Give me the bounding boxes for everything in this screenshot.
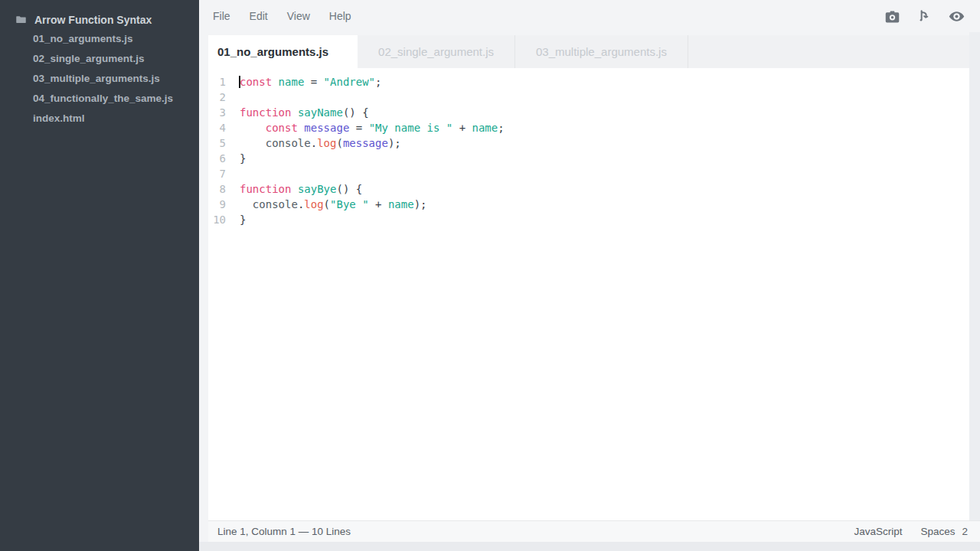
code-lines: 1const name = "Andrew";23function sayNam…: [208, 74, 969, 227]
vertical-scrollbar[interactable]: [969, 32, 980, 520]
code-line: 1const name = "Andrew";: [208, 74, 969, 90]
tab-02_single_argument.js[interactable]: 02_single_argument.js: [358, 35, 515, 68]
sidebar-folder-row[interactable]: Arrow Function Syntax: [15, 10, 199, 29]
code-line: 2: [208, 90, 969, 105]
tab-01_no_arguments.js[interactable]: 01_no_arguments.js: [208, 35, 358, 68]
token-id: sayBye: [298, 183, 337, 195]
token-str: "Bye ": [330, 198, 369, 210]
token-pln: [291, 183, 297, 195]
indent-label: Spaces: [920, 526, 955, 537]
token-pln: () {: [343, 106, 369, 119]
code-line: 4 const message = "My name is " + name;: [208, 120, 969, 135]
cursor-button[interactable]: [916, 8, 932, 24]
line-number: 4: [208, 120, 226, 135]
token-pln: [240, 137, 266, 149]
language-mode[interactable]: JavaScript: [854, 526, 902, 537]
token-obj: console: [266, 137, 311, 149]
token-prop: log: [304, 198, 323, 210]
menu-list: FileEditViewHelp: [213, 10, 371, 22]
code-line-content[interactable]: }: [240, 151, 246, 166]
code-line-content[interactable]: function sayName() {: [240, 105, 369, 120]
eye-button[interactable]: [948, 8, 965, 25]
code-line-content[interactable]: function sayBye() {: [240, 181, 362, 197]
status-bar: Line 1, Column 1 — 10 Lines JavaScript S…: [208, 520, 980, 542]
tab-bar: 01_no_arguments.js02_single_argument.js0…: [208, 32, 980, 68]
token-pln: }: [240, 214, 246, 226]
token-pln: [291, 106, 297, 119]
code-line-content[interactable]: }: [240, 212, 246, 227]
menu-item-file[interactable]: File: [213, 10, 230, 22]
token-def: message: [343, 137, 388, 149]
token-str: "My name is ": [369, 122, 453, 134]
sidebar-item-file[interactable]: 02_single_argument.js: [33, 49, 199, 69]
token-pln: (: [336, 137, 342, 149]
code-line: 8function sayBye() {: [208, 181, 969, 197]
line-number: 2: [208, 90, 226, 105]
token-pln: }: [240, 152, 246, 165]
code-line: 5 console.log(message);: [208, 135, 969, 151]
token-pln: );: [414, 198, 427, 210]
token-str: "Andrew": [324, 76, 375, 88]
cursor-icon: [916, 8, 932, 24]
sidebar-file-list: 01_no_arguments.js02_single_argument.js0…: [33, 29, 199, 129]
code-line: 7: [208, 166, 969, 181]
menu-bar: FileEditViewHelp: [199, 0, 980, 32]
token-pln: () {: [336, 183, 362, 195]
line-number: 1: [208, 74, 226, 90]
token-kw: const: [240, 76, 272, 88]
menu-item-view[interactable]: View: [287, 10, 310, 22]
camera-button[interactable]: [884, 8, 900, 24]
token-def: message: [304, 122, 349, 134]
line-number: 6: [208, 151, 226, 166]
line-number: 3: [208, 105, 226, 120]
code-line-content[interactable]: const message = "My name is " + name;: [240, 120, 505, 135]
sidebar-folder-label: Arrow Function Syntax: [34, 14, 152, 26]
line-number: 9: [208, 197, 226, 212]
token-pln: .: [311, 137, 317, 149]
tab-03_multiple_arguments.js[interactable]: 03_multiple_arguments.js: [515, 35, 688, 68]
token-prop: log: [317, 137, 336, 149]
indentation-setting[interactable]: Spaces 2: [920, 526, 968, 537]
code-line: 3function sayName() {: [208, 105, 969, 120]
sidebar-item-file[interactable]: 03_multiple_arguments.js: [33, 69, 199, 89]
code-line-content[interactable]: console.log(message);: [240, 135, 401, 151]
cursor-position-status: Line 1, Column 1 — 10 Lines: [217, 526, 854, 537]
status-right: JavaScript Spaces 2: [854, 526, 968, 537]
token-kw: const: [266, 122, 298, 134]
code-line: 9 console.log("Bye " + name);: [208, 197, 969, 212]
token-kw: function: [240, 106, 291, 119]
code-area[interactable]: 1const name = "Andrew";23function sayNam…: [208, 68, 969, 520]
sidebar-item-file[interactable]: 04_functionally_the_same.js: [33, 89, 199, 109]
token-pln: [240, 198, 253, 210]
token-pln: [272, 76, 278, 88]
indent-value: 2: [962, 526, 968, 537]
tab-bar-filler: [688, 35, 980, 68]
token-id: name: [279, 76, 305, 88]
code-line: 10}: [208, 212, 969, 227]
menu-item-edit[interactable]: Edit: [250, 10, 268, 22]
token-obj: console: [253, 198, 298, 210]
folder-icon: [15, 14, 27, 25]
token-kw: function: [240, 183, 291, 195]
menu-icons: [884, 8, 980, 25]
token-pln: [240, 122, 266, 134]
menu-item-help[interactable]: Help: [329, 10, 351, 22]
sidebar-item-file[interactable]: 01_no_arguments.js: [33, 29, 199, 49]
sidebar-item-file[interactable]: index.html: [33, 109, 199, 129]
token-pln: ;: [498, 122, 504, 134]
token-id: name: [388, 198, 414, 210]
eye-icon: [948, 8, 965, 25]
editor-panel: 01_no_arguments.js02_single_argument.js0…: [208, 32, 980, 542]
main-area: FileEditViewHelp: [199, 0, 980, 551]
code-line-content[interactable]: console.log("Bye " + name);: [240, 197, 427, 212]
token-pln: );: [388, 137, 401, 149]
token-pln: =: [349, 122, 368, 134]
token-id: name: [472, 122, 498, 134]
camera-icon: [884, 8, 900, 24]
token-pln: ;: [375, 76, 381, 88]
line-number: 8: [208, 181, 226, 197]
code-line: 6}: [208, 151, 969, 166]
sidebar: Arrow Function Syntax 01_no_arguments.js…: [0, 0, 199, 551]
token-pln: =: [304, 76, 323, 88]
code-line-content[interactable]: const name = "Andrew";: [240, 74, 381, 90]
